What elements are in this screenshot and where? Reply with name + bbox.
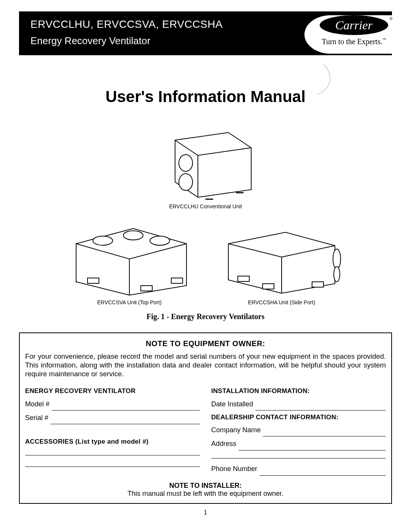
address-line-1[interactable]	[239, 443, 386, 451]
svg-point-7	[123, 231, 143, 240]
svg-point-14	[334, 267, 340, 282]
company-name-label: Company Name	[211, 423, 261, 436]
company-name-field[interactable]: Company Name	[211, 423, 386, 436]
svg-rect-16	[263, 284, 274, 289]
address-label: Address	[211, 437, 236, 450]
ervcclhu-unit-icon	[152, 125, 259, 201]
installer-note: NOTE TO INSTALLER: This manual must be l…	[25, 482, 386, 498]
svg-rect-11	[171, 278, 183, 283]
owner-note-box: NOTE TO EQUIPMENT OWNER: For your conven…	[19, 332, 392, 504]
svg-point-2	[179, 174, 193, 190]
company-name-line[interactable]	[263, 429, 386, 437]
document-header: ERVCCLHU, ERVCCSVA, ERVCCSHA Energy Reco…	[19, 11, 392, 61]
model-input-line[interactable]	[52, 403, 200, 411]
document-title: User's Information Manual	[19, 88, 392, 106]
model-field[interactable]: Model #	[25, 398, 200, 411]
figure-block: ERVCCLHU Conventional Unit ERVCCSVA Unit	[19, 125, 392, 321]
note-left-column: ENERGY RECOVERY VENTILATOR Model # Seria…	[25, 385, 200, 476]
ervccsva-unit-icon	[65, 217, 194, 297]
installer-note-heading: NOTE TO INSTALLER:	[25, 482, 386, 490]
accessories-line-1[interactable]	[25, 448, 200, 455]
carrier-logo-icon: Carrier	[320, 15, 388, 35]
svg-point-13	[333, 249, 341, 269]
date-installed-line[interactable]	[255, 403, 386, 411]
date-installed-label: Date Installed	[211, 398, 253, 411]
figure-unit-3: ERVCCSHA Unit (Side Port)	[217, 217, 346, 305]
phone-label: Phone Number	[211, 462, 257, 475]
accessories-line-2[interactable]	[25, 459, 200, 467]
svg-rect-10	[141, 286, 152, 291]
model-label: Model #	[25, 398, 49, 411]
figure-main-caption: Fig. 1 - Energy Recovery Ventilators	[19, 312, 392, 321]
svg-rect-9	[88, 278, 99, 283]
address-line-2[interactable]	[211, 451, 386, 459]
page-number: 1	[19, 509, 392, 516]
accessories-heading: ACCESSORIES (List type and model #)	[25, 436, 200, 448]
phone-field[interactable]: Phone Number	[211, 462, 386, 475]
svg-point-6	[93, 236, 113, 245]
brand-name: Carrier	[335, 18, 373, 32]
address-field[interactable]: Address	[211, 437, 386, 450]
ervccsha-unit-icon	[217, 217, 346, 297]
serial-input-line[interactable]	[51, 417, 200, 424]
brand-logo-block: Carrier Turn to the Experts.™	[304, 15, 392, 54]
owner-note-title: NOTE TO EQUIPMENT OWNER:	[25, 339, 386, 348]
note-right-column: INSTALLATION INFORMATION: Date Installed…	[211, 385, 386, 476]
dealer-info-heading: DEALERSHIP CONTACT INFORMATION:	[211, 411, 386, 423]
figure-1-caption: ERVCCLHU Conventional Unit	[19, 203, 392, 209]
svg-rect-15	[238, 276, 249, 281]
figure-3-caption: ERVCCSHA Unit (Side Port)	[217, 299, 346, 305]
figure-unit-1: ERVCCLHU Conventional Unit	[19, 125, 392, 209]
figure-unit-2: ERVCCSVA Unit (Top Port)	[65, 217, 194, 305]
svg-point-1	[179, 155, 193, 171]
svg-point-8	[150, 236, 170, 245]
figure-2-caption: ERVCCSVA Unit (Top Port)	[65, 299, 194, 305]
install-info-heading: INSTALLATION INFORMATION:	[211, 385, 386, 397]
owner-note-text: For your convenience, please record the …	[25, 352, 386, 378]
installer-note-text: This manual must be left with the equipm…	[25, 490, 386, 498]
date-installed-field[interactable]: Date Installed	[211, 398, 386, 411]
svg-rect-17	[312, 282, 323, 287]
erv-heading: ENERGY RECOVERY VENTILATOR	[25, 385, 200, 397]
serial-label: Serial #	[25, 411, 48, 424]
brand-tagline: Turn to the Experts.™	[320, 37, 388, 46]
serial-field[interactable]: Serial #	[25, 411, 200, 424]
phone-line[interactable]	[260, 468, 386, 476]
